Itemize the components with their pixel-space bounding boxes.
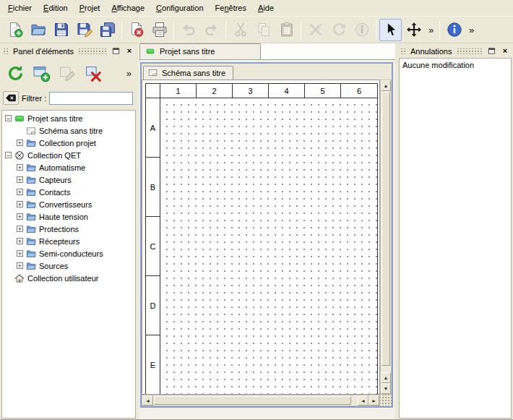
panel-overflow-button[interactable]: » bbox=[126, 69, 134, 78]
tree-expander[interactable]: + bbox=[17, 189, 23, 195]
menu-fenetres[interactable]: Fenêtres bbox=[210, 0, 252, 16]
tree-item-project-collection[interactable]: +Collection projet bbox=[2, 137, 135, 149]
close-undo-panel-button[interactable]: × bbox=[499, 46, 511, 56]
tree-item-protections[interactable]: +Protections bbox=[2, 223, 135, 235]
tree-item-haute-tension[interactable]: +Haute tension bbox=[2, 210, 135, 223]
about-qet-button[interactable] bbox=[443, 19, 465, 41]
tree-expander[interactable]: + bbox=[17, 213, 23, 220]
save-icon bbox=[53, 22, 69, 38]
menu-projet[interactable]: Projet bbox=[74, 0, 106, 16]
delete-element-button[interactable] bbox=[82, 61, 105, 85]
menu-configuration[interactable]: Configuration bbox=[150, 0, 209, 16]
vscroll-thumb[interactable] bbox=[381, 92, 390, 366]
float-undo-panel-button[interactable] bbox=[486, 46, 497, 56]
tree-item-automatisme[interactable]: +Automatisme bbox=[2, 161, 135, 173]
save-as-button[interactable] bbox=[73, 19, 95, 41]
tree-item-semi-conducteurs[interactable]: +Semi-conducteurs bbox=[2, 247, 135, 260]
tree-expander[interactable]: − bbox=[5, 115, 12, 121]
tree-expander[interactable]: + bbox=[17, 250, 23, 257]
close-project-button[interactable] bbox=[125, 19, 147, 41]
clear-filter-button[interactable] bbox=[3, 91, 19, 105]
horizontal-scrollbar[interactable]: ◄ ◄ ► bbox=[142, 395, 380, 406]
column-header-strip: 123456 bbox=[160, 84, 377, 98]
close-elements-panel-button[interactable]: × bbox=[124, 46, 135, 56]
print-button[interactable] bbox=[148, 19, 171, 41]
scroll-down-button[interactable]: ▼ bbox=[381, 383, 391, 394]
float-elements-panel-button[interactable] bbox=[110, 46, 121, 56]
new-element-button[interactable] bbox=[30, 61, 53, 85]
rotate-button[interactable] bbox=[327, 19, 350, 41]
reload-collections-button[interactable] bbox=[4, 61, 27, 85]
more-button[interactable]: » bbox=[466, 19, 477, 41]
vertical-scrollbar[interactable]: ▲ ▲ ▼ bbox=[380, 80, 392, 395]
paste-button[interactable] bbox=[275, 19, 298, 41]
copy-button[interactable] bbox=[252, 19, 275, 41]
save-all-button[interactable] bbox=[96, 19, 118, 41]
menu-aide[interactable]: Aide bbox=[252, 0, 280, 16]
new-document-icon bbox=[7, 22, 23, 38]
project-tab[interactable]: Projet sans titre bbox=[139, 43, 261, 59]
more-tools-button[interactable]: » bbox=[426, 19, 436, 41]
undo-panel-titlebar[interactable]: Annulations × bbox=[400, 46, 511, 56]
tree-item-sources[interactable]: +Sources bbox=[2, 260, 135, 272]
scroll-mode-button[interactable] bbox=[402, 19, 425, 41]
tree-expander[interactable]: + bbox=[17, 164, 23, 171]
tree-expander[interactable]: + bbox=[17, 140, 23, 146]
schema-body: ABCDE bbox=[146, 98, 377, 395]
edit-element-button[interactable] bbox=[56, 61, 79, 85]
up-arrow-icon: ▲ bbox=[384, 375, 389, 380]
scroll-left-button-2[interactable]: ◄ bbox=[358, 395, 368, 406]
select-arrow-icon bbox=[383, 22, 399, 38]
tree-item-contacts[interactable]: +Contacts bbox=[2, 186, 135, 198]
scroll-right-button[interactable]: ► bbox=[368, 395, 379, 406]
tree-item-project[interactable]: −Projet sans titre bbox=[2, 112, 135, 124]
schema-grid[interactable] bbox=[160, 98, 377, 395]
tree-expander[interactable]: + bbox=[17, 201, 23, 207]
filter-input[interactable] bbox=[49, 92, 133, 105]
tree-item-recepteurs[interactable]: +Récepteurs bbox=[2, 235, 135, 247]
folder-icon bbox=[26, 163, 36, 173]
menu-affichage[interactable]: Affichage bbox=[105, 0, 150, 16]
tree-item-schema[interactable]: Schéma sans titre bbox=[2, 124, 135, 137]
tree-item-convertisseurs[interactable]: +Convertisseurs bbox=[2, 198, 135, 210]
tree-expander[interactable]: + bbox=[17, 226, 23, 232]
cut-button[interactable] bbox=[229, 19, 251, 41]
undo-button[interactable] bbox=[177, 19, 199, 41]
folder-icon bbox=[26, 187, 36, 197]
new-project-button[interactable] bbox=[4, 19, 26, 41]
folder-icon bbox=[26, 200, 36, 210]
project-icon bbox=[14, 113, 25, 124]
close-file-icon bbox=[129, 22, 145, 38]
overflow-icon: » bbox=[469, 25, 474, 35]
schema-tab-label: Schéma sans titre bbox=[162, 69, 225, 77]
tree-item-qet-collection[interactable]: −Collection QET bbox=[2, 149, 135, 161]
tree-expander[interactable]: − bbox=[5, 152, 12, 158]
schema-tab[interactable]: Schéma sans titre bbox=[143, 66, 233, 80]
toolbar-group: » bbox=[379, 19, 436, 41]
tree-item-user-collection[interactable]: Collection utilisateur bbox=[2, 272, 135, 284]
hscroll-track[interactable] bbox=[352, 395, 358, 406]
tree-item-label: Récepteurs bbox=[39, 237, 79, 246]
menu-fichier[interactable]: Fichier bbox=[2, 0, 38, 16]
tree-expander[interactable]: + bbox=[17, 176, 23, 183]
redo-button[interactable] bbox=[200, 19, 223, 41]
menu-edition[interactable]: Édition bbox=[38, 0, 74, 16]
properties-button[interactable] bbox=[350, 19, 373, 41]
tree-item-capteurs[interactable]: +Capteurs bbox=[2, 173, 135, 186]
select-mode-button[interactable] bbox=[379, 19, 402, 41]
elements-panel-titlebar[interactable]: Panel d'éléments × bbox=[2, 46, 135, 56]
edit-element-icon bbox=[59, 64, 77, 82]
scroll-left-button[interactable]: ◄ bbox=[142, 395, 153, 406]
tree-expander[interactable]: + bbox=[17, 262, 23, 269]
hscroll-thumb[interactable] bbox=[154, 396, 351, 405]
save-button[interactable] bbox=[50, 19, 72, 41]
scroll-up-button[interactable]: ▲ bbox=[381, 80, 391, 91]
diagram-canvas[interactable]: 123456 ABCDE bbox=[142, 80, 380, 395]
tree-expander[interactable]: + bbox=[17, 238, 23, 244]
resize-grip[interactable] bbox=[380, 395, 392, 406]
vscroll-track[interactable] bbox=[381, 367, 391, 372]
scroll-up-button-2[interactable]: ▲ bbox=[381, 372, 391, 383]
rotate-icon bbox=[331, 22, 347, 38]
open-project-button[interactable] bbox=[27, 19, 49, 41]
delete-button[interactable] bbox=[304, 19, 327, 41]
